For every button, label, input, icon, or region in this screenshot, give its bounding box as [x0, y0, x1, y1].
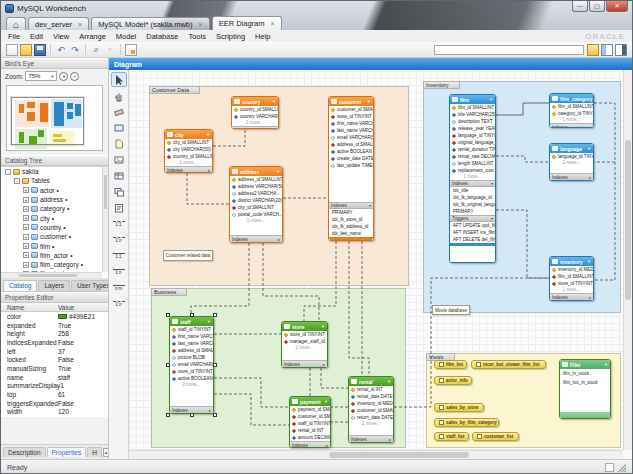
collapse-arrow-icon[interactable]: ▼	[387, 379, 391, 384]
table-footer-indexes[interactable]: Indexes▸	[550, 293, 593, 300]
section-header-indexes[interactable]: Indexes▾	[450, 180, 495, 187]
table-footer-indexes[interactable]: Indexes▸	[349, 435, 393, 442]
rel-1n-existing-tool[interactable]: 1:n	[111, 296, 127, 311]
tree-item-city[interactable]: +city •	[1, 213, 108, 222]
hide-grid-icon[interactable]: ø	[90, 44, 102, 56]
collapse-arrow-icon[interactable]: ▼	[604, 362, 608, 367]
view-nicer_but_slower_film_list[interactable]: nicer_but_slower_film_list	[471, 360, 546, 369]
routine-group-tool[interactable]	[111, 200, 127, 215]
selection-handle[interactable]	[213, 313, 217, 317]
rel-11-identifying-tool[interactable]: 1:1	[111, 248, 127, 263]
toggle-left-sidebar-icon[interactable]	[601, 44, 613, 56]
table-footer-indexes[interactable]: Indexes▸	[290, 441, 330, 447]
table-inventory[interactable]: inventory▼inventory_id MEDI...film_id SM…	[549, 256, 594, 301]
property-row-summarizeDisplay[interactable]: summarizeDisplay-1	[1, 382, 108, 391]
new-diagram-icon[interactable]	[125, 44, 137, 56]
expander-icon[interactable]: +	[23, 224, 29, 230]
table-header[interactable]: store▼	[282, 322, 327, 331]
table-header[interactable]: address▼	[230, 167, 282, 176]
tree-item-actor[interactable]: +actor •	[1, 186, 108, 195]
sidebar-tab-layers[interactable]: Layers	[38, 280, 70, 291]
titlebar[interactable]: MySQL Workbench —▢✕	[1, 1, 632, 15]
table-header[interactable]: country▼	[232, 97, 278, 106]
table-customer[interactable]: customer▼customer_id SMALL...store_id TI…	[328, 96, 374, 241]
maximize-button[interactable]: ▢	[589, 1, 605, 12]
property-row-height[interactable]: height258	[1, 329, 108, 338]
collapse-arrow-icon[interactable]: ▼	[276, 169, 280, 174]
tree-item-film[interactable]: +film •	[1, 241, 108, 250]
save-model-icon[interactable]	[34, 44, 46, 56]
open-model-icon[interactable]	[20, 44, 32, 56]
tree-item-tables[interactable]: -Tables	[1, 176, 108, 185]
tree-item-customer[interactable]: +customer •	[1, 232, 108, 241]
view-film_list[interactable]: film_list	[434, 360, 467, 369]
expander-icon[interactable]: +	[23, 215, 29, 221]
diagram-tab[interactable]: Diagram	[109, 58, 632, 70]
grid-toggle-icon[interactable]	[605, 463, 614, 472]
expander-icon[interactable]: +	[23, 187, 29, 193]
menu-file[interactable]: File	[8, 32, 20, 41]
menu-tools[interactable]: Tools	[188, 32, 206, 41]
table-footer-indexes[interactable]: Indexes▸	[170, 406, 213, 413]
movie-note[interactable]: Movie database	[432, 305, 470, 315]
search-input[interactable]	[434, 45, 584, 55]
view-sales_by_store[interactable]: sales_by_store	[434, 403, 484, 412]
note-tool[interactable]	[111, 136, 127, 151]
table-header[interactable]: language▼	[550, 144, 593, 153]
table-footer-indexes[interactable]: Indexes▸	[230, 235, 282, 242]
selection-handle[interactable]	[166, 413, 170, 417]
property-row-left[interactable]: left37	[1, 347, 108, 356]
table-payment[interactable]: payment▼payment_id SMA...customer_id SM.…	[289, 396, 331, 448]
section-header-triggers[interactable]: Triggers▾	[450, 215, 495, 222]
table-address[interactable]: address▼address_id SMALLINTaddress VARCH…	[229, 166, 283, 243]
bottom-tab-properties[interactable]: Properties	[47, 447, 87, 457]
layer-tool[interactable]	[111, 120, 127, 135]
expander-icon[interactable]: +	[23, 197, 29, 203]
expander-icon[interactable]: +	[23, 243, 29, 249]
collapse-arrow-icon[interactable]: ▼	[324, 399, 328, 404]
property-row-expanded[interactable]: expandedTrue	[1, 321, 108, 330]
zoom-out-icon[interactable]: −	[70, 72, 79, 81]
menu-scripting[interactable]: Scripting	[216, 32, 245, 41]
view-customer_list[interactable]: customer_list	[472, 432, 519, 441]
tree-vertical-scrollbar[interactable]	[102, 167, 108, 272]
property-row-name[interactable]: namestaff	[1, 373, 108, 382]
wand-icon[interactable]	[587, 44, 599, 56]
selection-handle[interactable]	[190, 313, 194, 317]
tree-item-category[interactable]: +category •	[1, 204, 108, 213]
bottom-tab-description[interactable]: Description	[3, 447, 46, 457]
menu-view[interactable]: View	[53, 32, 69, 41]
table-footer-indexes[interactable]: Indexes▸	[232, 126, 278, 128]
table-rental[interactable]: rental▼rental_id INTrental_date DATE...i…	[348, 376, 394, 443]
canvas-vertical-scrollbar[interactable]	[623, 70, 632, 450]
toggle-right-sidebar-icon[interactable]	[615, 44, 627, 56]
selection-handle[interactable]	[190, 413, 194, 417]
rel-nm-identifying-tool[interactable]: n:m	[111, 280, 127, 295]
property-row-locked[interactable]: lockedFalse	[1, 355, 108, 364]
expander-icon[interactable]: -	[5, 169, 11, 175]
expander-icon[interactable]: +	[23, 206, 29, 212]
property-row-color[interactable]: color#499E21	[1, 312, 108, 321]
selection-handle[interactable]	[166, 363, 170, 367]
birds-eye-minimap[interactable]	[6, 85, 103, 151]
cursor-tool[interactable]	[111, 72, 127, 87]
table-header[interactable]: city▼	[165, 130, 212, 139]
table-store[interactable]: store▼store_id TINYINTmanager_staff_id .…	[281, 321, 328, 368]
collapse-arrow-icon[interactable]: ▼	[321, 324, 325, 329]
table-footer-indexes[interactable]: Indexes▸	[165, 166, 212, 172]
home-tab[interactable]: ⌂	[6, 17, 26, 30]
expander-icon[interactable]: +	[23, 252, 29, 258]
tab-dev-server[interactable]: dev_server×	[28, 17, 89, 30]
menu-edit[interactable]: Edit	[30, 32, 43, 41]
view-staff_list[interactable]: staff_list	[434, 432, 469, 441]
property-row-triggersExpanded[interactable]: triggersExpandedFalse	[1, 399, 108, 408]
menu-help[interactable]: Help	[255, 32, 270, 41]
view-tool[interactable]	[111, 184, 127, 199]
rel-1n-identifying-tool[interactable]: 1:n	[111, 264, 127, 279]
selection-handle[interactable]	[213, 413, 217, 417]
collapse-arrow-icon[interactable]: ▼	[367, 99, 371, 104]
table-header[interactable]: payment▼	[290, 397, 330, 406]
expander-icon[interactable]: +	[23, 262, 29, 268]
tree-item-film_actor[interactable]: +film_actor •	[1, 251, 108, 260]
property-row-manualSizing[interactable]: manualSizingTrue	[1, 364, 108, 373]
